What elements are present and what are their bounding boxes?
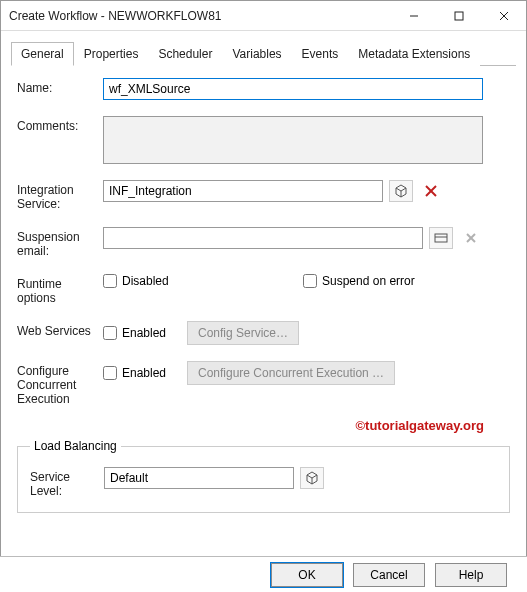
tab-events[interactable]: Events bbox=[292, 42, 349, 66]
load-balancing-legend: Load Balancing bbox=[30, 439, 121, 453]
suspend-on-error-checkbox-label: Suspend on error bbox=[322, 274, 415, 288]
name-label: Name: bbox=[17, 78, 103, 95]
suspend-on-error-checkbox[interactable]: Suspend on error bbox=[303, 274, 415, 288]
clear-service-button[interactable] bbox=[419, 180, 443, 202]
configure-concurrent-button[interactable]: Configure Concurrent Execution … bbox=[187, 361, 395, 385]
cc-enabled-checkbox[interactable]: Enabled bbox=[103, 366, 181, 380]
cube-icon bbox=[394, 184, 408, 198]
tab-general[interactable]: General bbox=[11, 42, 74, 66]
watermark-text: ©tutorialgateway.org bbox=[17, 418, 484, 433]
tab-variables[interactable]: Variables bbox=[222, 42, 291, 66]
cc-enabled-checkbox-input[interactable] bbox=[103, 366, 117, 380]
suspension-email-clear-button[interactable] bbox=[459, 227, 483, 249]
runtime-options-label: Runtime options bbox=[17, 274, 103, 305]
cube-icon bbox=[305, 471, 319, 485]
comments-textarea[interactable] bbox=[103, 116, 483, 164]
cc-enabled-checkbox-label: Enabled bbox=[122, 366, 166, 380]
tab-strip: General Properties Scheduler Variables E… bbox=[11, 41, 516, 66]
x-icon bbox=[465, 232, 477, 244]
general-panel: Name: Comments: Integration Service: Sus… bbox=[1, 66, 526, 513]
minimize-button[interactable] bbox=[391, 1, 436, 30]
service-level-browse-button[interactable] bbox=[300, 467, 324, 489]
window-titlebar: Create Workflow - NEWWORKFLOW81 bbox=[1, 1, 526, 31]
integration-service-label: Integration Service: bbox=[17, 180, 103, 211]
cancel-button[interactable]: Cancel bbox=[353, 563, 425, 587]
configure-concurrent-label: Configure Concurrent Execution bbox=[17, 361, 103, 406]
comments-label: Comments: bbox=[17, 116, 103, 133]
card-icon bbox=[434, 233, 448, 243]
x-icon bbox=[424, 184, 438, 198]
maximize-button[interactable] bbox=[436, 1, 481, 30]
name-input[interactable] bbox=[103, 78, 483, 100]
suspend-on-error-checkbox-input[interactable] bbox=[303, 274, 317, 288]
suspension-email-label: Suspension email: bbox=[17, 227, 103, 258]
disabled-checkbox[interactable]: Disabled bbox=[103, 274, 303, 288]
suspension-email-browse-button[interactable] bbox=[429, 227, 453, 249]
disabled-checkbox-label: Disabled bbox=[122, 274, 169, 288]
tab-scheduler[interactable]: Scheduler bbox=[148, 42, 222, 66]
config-service-button[interactable]: Config Service… bbox=[187, 321, 299, 345]
ws-enabled-checkbox[interactable]: Enabled bbox=[103, 326, 181, 340]
dialog-footer: OK Cancel Help bbox=[0, 556, 527, 592]
window-title: Create Workflow - NEWWORKFLOW81 bbox=[1, 9, 391, 23]
svg-rect-1 bbox=[455, 12, 463, 20]
ok-button[interactable]: OK bbox=[271, 563, 343, 587]
browse-service-button[interactable] bbox=[389, 180, 413, 202]
ws-enabled-checkbox-label: Enabled bbox=[122, 326, 166, 340]
service-level-input[interactable] bbox=[104, 467, 294, 489]
integration-service-input[interactable] bbox=[103, 180, 383, 202]
service-level-label: Service Level: bbox=[30, 467, 104, 498]
load-balancing-group: Load Balancing Service Level: bbox=[17, 439, 510, 513]
ws-enabled-checkbox-input[interactable] bbox=[103, 326, 117, 340]
tab-properties[interactable]: Properties bbox=[74, 42, 149, 66]
tab-metadata-extensions[interactable]: Metadata Extensions bbox=[348, 42, 480, 66]
web-services-label: Web Services bbox=[17, 321, 103, 338]
help-button[interactable]: Help bbox=[435, 563, 507, 587]
suspension-email-input[interactable] bbox=[103, 227, 423, 249]
close-button[interactable] bbox=[481, 1, 526, 30]
svg-rect-6 bbox=[435, 234, 447, 242]
disabled-checkbox-input[interactable] bbox=[103, 274, 117, 288]
